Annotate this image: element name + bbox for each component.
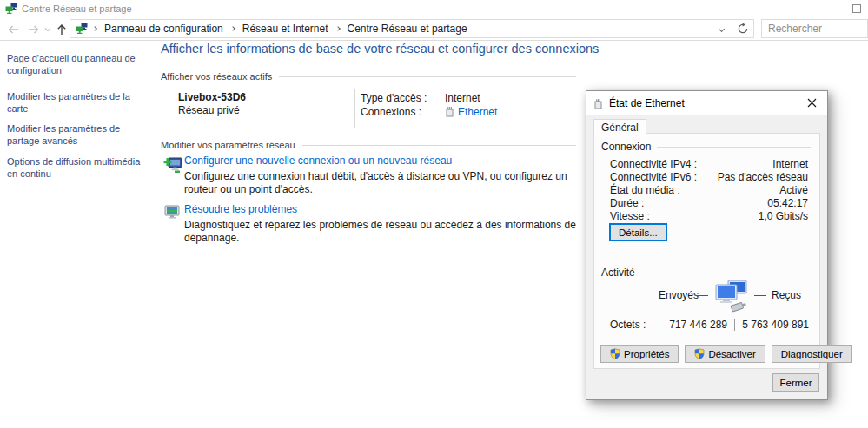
window-titlebar: Centre Réseau et partage	[0, 0, 868, 17]
troubleshoot-description: Diagnostiquez et réparez les problèmes d…	[184, 219, 580, 244]
group-divider-line	[657, 147, 811, 148]
network-settings-section-header: Modifier vos paramètres réseau	[161, 140, 576, 150]
diagnose-button[interactable]: Diagnostiquer	[772, 345, 852, 363]
section-divider-line	[279, 76, 576, 77]
connection-group-header: Connexion	[601, 141, 811, 153]
row-duration: Durée : 05:42:17	[610, 196, 808, 209]
close-icon[interactable]	[796, 91, 827, 115]
tab-general[interactable]: Général	[593, 119, 646, 137]
disable-button[interactable]: Désactiver	[685, 345, 765, 363]
troubleshoot-link[interactable]: Résoudre les problèmes	[184, 203, 297, 215]
connections-label: Connexions :	[361, 106, 445, 118]
activity-zone: Envoyés	[594, 280, 819, 319]
ethernet-icon	[593, 98, 603, 109]
uac-shield-icon	[610, 348, 620, 359]
speed-label: Vitesse :	[610, 210, 650, 222]
recent-pages-chevron-icon[interactable]	[43, 22, 52, 36]
diagnose-button-label: Diagnostiquer	[781, 349, 843, 359]
sidebar-item-media-streaming-options[interactable]: Options de diffusion multimédia en conti…	[7, 155, 150, 181]
sidebar: Page d'accueil du panneau de configurati…	[7, 52, 150, 188]
section-divider-line	[302, 145, 576, 146]
octets-sent-value: 717 446 289	[653, 319, 727, 331]
network-center-breadcrumb-icon	[76, 23, 88, 35]
breadcrumb-separator-icon	[335, 26, 341, 31]
ipv4-label: Connectivité IPv4 :	[610, 158, 697, 170]
ipv6-label: Connectivité IPv6 :	[610, 171, 697, 183]
network-info-divider	[354, 89, 355, 128]
activity-group-header: Activité	[601, 267, 811, 279]
details-button[interactable]: Détails...	[609, 223, 667, 241]
sidebar-item-change-adapter-settings[interactable]: Modifier les paramètres de la carte	[7, 90, 150, 115]
row-media-state: État du média : Activé	[610, 183, 808, 196]
search-input[interactable]	[762, 20, 867, 37]
search-box	[761, 19, 868, 38]
network-sharing-center-window: Centre Réseau et partage Panneau de con	[0, 0, 868, 428]
dialog-tab-page: Connexion Connectivité IPv4 : Internet C…	[593, 133, 820, 369]
sent-label: Envoyés	[659, 289, 699, 301]
dialog-button-row: Propriétés Désactiver Diagnostiquer	[600, 345, 852, 363]
row-ipv4: Connectivité IPv4 : Internet	[610, 157, 808, 170]
sidebar-item-control-panel-home[interactable]: Page d'accueil du panneau de configurati…	[7, 52, 150, 77]
breadcrumb-control-panel[interactable]: Panneau de configuration	[102, 23, 226, 35]
active-networks-section-header: Afficher vos réseaux actifs	[161, 71, 576, 82]
network-details: Type d'accès : Internet Connexions : Eth…	[361, 91, 497, 119]
breadcrumb-separator-icon	[230, 26, 235, 31]
task-troubleshoot: Résoudre les problèmes Diagnostiquez et …	[163, 203, 580, 244]
main-content: Afficher les informations de base de vot…	[161, 42, 576, 56]
page-title: Afficher les informations de base de vot…	[161, 42, 576, 56]
octets-row: Octets : 717 446 289 5 763 409 891	[610, 319, 809, 331]
maximize-button-icon[interactable]	[852, 4, 861, 13]
disable-button-label: Désactiver	[708, 349, 755, 359]
ethernet-icon	[445, 106, 454, 117]
address-dropdown-chevron-icon[interactable]	[711, 20, 732, 37]
sidebar-item-advanced-sharing-settings[interactable]: Modifier les paramètres de partage avanc…	[7, 122, 150, 148]
connection-rows: Connectivité IPv4 : Internet Connectivit…	[610, 157, 808, 222]
dialog-tabstrip: Général	[593, 118, 646, 136]
breadcrumb-network-internet[interactable]: Réseau et Internet	[240, 23, 331, 35]
connection-group-label: Connexion	[601, 141, 651, 153]
back-icon[interactable]	[5, 22, 20, 36]
address-bar[interactable]: Panneau de configuration Réseau et Inter…	[70, 19, 754, 38]
row-speed: Vitesse : 1,0 Gbits/s	[610, 209, 808, 222]
received-label: Reçus	[772, 289, 801, 301]
new-connection-link[interactable]: Configurer une nouvelle connexion ou un …	[184, 155, 452, 167]
ethernet-link[interactable]: Ethernet	[458, 106, 497, 118]
network-settings-label: Modifier vos paramètres réseau	[161, 140, 295, 150]
task-new-connection: Configurer une nouvelle connexion ou un …	[163, 155, 580, 195]
properties-button-label: Propriétés	[624, 349, 669, 359]
minimize-button-icon[interactable]	[821, 10, 832, 10]
ipv6-value: Pas d'accès réseau	[718, 171, 808, 183]
media-state-value: Activé	[779, 184, 808, 196]
speed-value: 1,0 Gbits/s	[759, 210, 808, 222]
dialog-titlebar: État de Ethernet	[586, 91, 827, 115]
new-connection-description: Configurez une connexion haut débit, d'a…	[184, 170, 580, 195]
navigation-bar: Panneau de configuration Réseau et Inter…	[0, 17, 868, 41]
breadcrumb-separator-icon	[92, 26, 97, 31]
computers-activity-icon	[711, 280, 749, 317]
group-divider-line	[641, 273, 811, 273]
active-networks-label: Afficher vos réseaux actifs	[161, 71, 272, 82]
octets-label: Octets :	[610, 319, 653, 331]
sent-dash	[696, 295, 708, 296]
up-icon[interactable]	[54, 22, 69, 36]
access-type-label: Type d'accès :	[361, 92, 445, 104]
dialog-title: État de Ethernet	[609, 97, 685, 109]
close-dialog-button[interactable]: Fermer	[772, 373, 819, 392]
network-name: Livebox-53D6	[178, 91, 246, 103]
properties-button[interactable]: Propriétés	[600, 345, 679, 363]
media-state-label: État du média :	[610, 184, 680, 196]
forward-icon[interactable]	[26, 22, 41, 36]
received-dash	[754, 295, 766, 296]
window-title: Centre Réseau et partage	[22, 3, 132, 14]
activity-group-label: Activité	[601, 267, 635, 279]
uac-shield-icon	[694, 348, 705, 359]
breadcrumb-network-sharing-center[interactable]: Centre Réseau et partage	[345, 23, 470, 35]
troubleshoot-icon	[163, 204, 181, 224]
access-type-value: Internet	[445, 92, 480, 104]
ipv4-value: Internet	[772, 158, 808, 170]
network-kind: Réseau privé	[178, 104, 240, 116]
duration-label: Durée :	[610, 197, 644, 209]
refresh-icon[interactable]	[732, 20, 753, 37]
network-center-app-icon	[5, 3, 17, 18]
octets-received-value: 5 763 409 891	[742, 319, 809, 331]
